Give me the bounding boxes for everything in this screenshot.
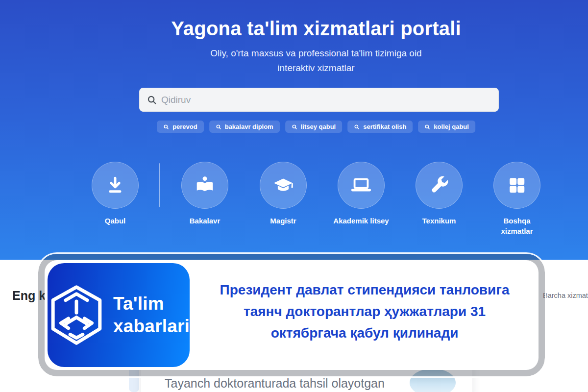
- tag-perevod[interactable]: perevod: [157, 121, 204, 133]
- search-icon: [163, 124, 169, 130]
- download-icon: [104, 174, 126, 196]
- service-boshqa-xizmatlar[interactable]: Boshqa xizmatlar: [488, 162, 546, 236]
- news-body: Президент давлат стипендияси танловига т…: [193, 260, 539, 370]
- all-services-link[interactable]: Barcha xizmatlar: [543, 292, 588, 299]
- service-akademik-litsey[interactable]: Akademik litsey: [332, 162, 391, 226]
- tag-label: perevod: [172, 123, 197, 130]
- service-label: Magistr: [254, 216, 313, 226]
- tag-label: sertifikat olish: [363, 123, 406, 130]
- grid-icon: [507, 175, 527, 196]
- wrench-icon: [428, 174, 450, 196]
- service-label: Bakalavr: [175, 216, 234, 226]
- service-label: Akademik litsey: [332, 216, 391, 226]
- hero-banner: Yagona ta'lim xizmatlari portali Oliy, o…: [0, 0, 588, 260]
- search-icon: [292, 124, 297, 130]
- services-row: Qabul Bakalavr: [0, 162, 588, 240]
- subtitle-line-1: Oliy, o'rta maxsus va professional ta'li…: [210, 48, 421, 58]
- search-input[interactable]: [157, 95, 498, 105]
- service-bakalavr[interactable]: Bakalavr: [175, 162, 234, 226]
- tag-kollej-qabul[interactable]: kollej qabul: [418, 121, 475, 133]
- search-icon: [216, 124, 221, 130]
- service-label: Qabul: [86, 216, 145, 226]
- tag-litsey-qabul[interactable]: litsey qabul: [285, 121, 343, 133]
- background-card-text: Tayanch doktoranturada tahsil olayotgan: [165, 376, 385, 391]
- search-icon: [424, 124, 430, 130]
- tag-sertifikat-olish[interactable]: sertifikat olish: [347, 121, 413, 133]
- book-reader-icon: [194, 174, 216, 196]
- news-title: Президент давлат стипендияси танловига т…: [205, 279, 524, 344]
- quick-search-tags: perevod bakalavr diplom litsey qabul ser…: [157, 121, 475, 133]
- news-overlay-card[interactable]: Ta'lim xabarlari Президент давлат стипен…: [38, 254, 545, 376]
- service-qabul[interactable]: Qabul: [86, 162, 145, 226]
- tag-label: litsey qabul: [301, 123, 336, 130]
- service-magistr[interactable]: Magistr: [254, 162, 313, 226]
- logo-wordmark: Ta'lim xabarlari: [113, 293, 190, 338]
- page-subtitle: Oliy, o'rta maxsus va professional ta'li…: [145, 46, 488, 75]
- services-divider: [159, 163, 160, 207]
- service-label: Boshqa xizmatlar: [494, 216, 539, 236]
- service-texnikum[interactable]: Texnikum: [410, 162, 468, 226]
- logo-line-1: Ta'lim: [113, 294, 164, 314]
- logo-line-2: xabarlari: [113, 316, 190, 336]
- talim-xabarlari-logo: Ta'lim xabarlari: [48, 263, 190, 367]
- service-label: Texnikum: [410, 216, 468, 226]
- search-bar[interactable]: [139, 88, 499, 112]
- search-icon: [354, 124, 360, 130]
- subtitle-line-2: interaktiv xizmatlar: [277, 63, 354, 73]
- portal-page: Yagona ta'lim xizmatlari portali Oliy, o…: [0, 0, 588, 392]
- graduation-cap-icon: [272, 174, 294, 196]
- talim-xabarlari-cube-icon: [48, 284, 105, 346]
- page-title: Yagona ta'lim xizmatlari portali: [71, 18, 561, 40]
- tag-label: bakalavr diplom: [225, 123, 273, 130]
- laptop-icon: [350, 174, 372, 196]
- tag-bakalavr-diplom[interactable]: bakalavr diplom: [209, 121, 280, 133]
- tag-label: kollej qabul: [434, 123, 469, 130]
- search-icon: [147, 95, 157, 105]
